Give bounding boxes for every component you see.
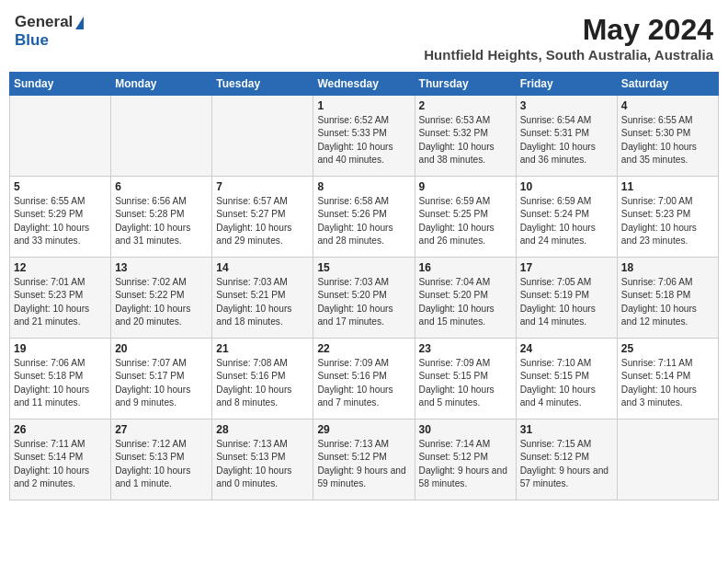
day-info: Sunrise: 6:53 AM Sunset: 5:32 PM Dayligh… bbox=[419, 114, 512, 167]
day-cell: 5Sunrise: 6:55 AM Sunset: 5:29 PM Daylig… bbox=[10, 177, 111, 258]
day-number: 19 bbox=[14, 342, 107, 355]
day-info: Sunrise: 7:03 AM Sunset: 5:21 PM Dayligh… bbox=[216, 276, 309, 328]
day-info: Sunrise: 7:04 AM Sunset: 5:20 PM Dayligh… bbox=[419, 276, 512, 328]
week-row-3: 12Sunrise: 7:01 AM Sunset: 5:23 PM Dayli… bbox=[10, 258, 719, 339]
day-info: Sunrise: 6:54 AM Sunset: 5:31 PM Dayligh… bbox=[520, 114, 613, 167]
title-area: May 2024 Huntfield Heights, South Austra… bbox=[424, 13, 713, 63]
day-info: Sunrise: 7:11 AM Sunset: 5:14 PM Dayligh… bbox=[621, 357, 714, 409]
day-cell: 15Sunrise: 7:03 AM Sunset: 5:20 PM Dayli… bbox=[313, 258, 415, 339]
day-number: 18 bbox=[621, 261, 714, 274]
day-info: Sunrise: 6:59 AM Sunset: 5:25 PM Dayligh… bbox=[419, 195, 512, 247]
week-row-5: 26Sunrise: 7:11 AM Sunset: 5:14 PM Dayli… bbox=[10, 419, 719, 500]
day-number: 30 bbox=[419, 423, 512, 436]
day-cell: 11Sunrise: 7:00 AM Sunset: 5:23 PM Dayli… bbox=[617, 177, 718, 258]
day-info: Sunrise: 7:13 AM Sunset: 5:12 PM Dayligh… bbox=[317, 438, 410, 490]
calendar-header: Sunday Monday Tuesday Wednesday Thursday… bbox=[10, 73, 719, 96]
day-number: 25 bbox=[621, 342, 714, 355]
day-info: Sunrise: 7:11 AM Sunset: 5:14 PM Dayligh… bbox=[14, 438, 107, 490]
day-number: 21 bbox=[216, 342, 309, 355]
day-cell bbox=[10, 96, 111, 177]
day-number: 24 bbox=[520, 342, 613, 355]
page-header: General Blue May 2024 Huntfield Heights,… bbox=[9, 9, 719, 66]
col-thursday: Thursday bbox=[415, 73, 516, 96]
day-cell: 2Sunrise: 6:53 AM Sunset: 5:32 PM Daylig… bbox=[415, 96, 516, 177]
day-info: Sunrise: 7:05 AM Sunset: 5:19 PM Dayligh… bbox=[520, 276, 613, 328]
day-number: 12 bbox=[14, 261, 107, 274]
day-number: 8 bbox=[317, 180, 410, 193]
day-info: Sunrise: 7:06 AM Sunset: 5:18 PM Dayligh… bbox=[621, 276, 714, 328]
day-number: 13 bbox=[115, 261, 208, 274]
day-cell: 13Sunrise: 7:02 AM Sunset: 5:22 PM Dayli… bbox=[111, 258, 212, 339]
col-tuesday: Tuesday bbox=[212, 73, 313, 96]
day-number: 20 bbox=[115, 342, 208, 355]
day-cell: 8Sunrise: 6:58 AM Sunset: 5:26 PM Daylig… bbox=[313, 177, 415, 258]
day-info: Sunrise: 6:58 AM Sunset: 5:26 PM Dayligh… bbox=[317, 195, 410, 247]
day-number: 10 bbox=[520, 180, 613, 193]
day-number: 15 bbox=[317, 261, 410, 274]
day-number: 29 bbox=[317, 423, 410, 436]
day-cell: 24Sunrise: 7:10 AM Sunset: 5:15 PM Dayli… bbox=[516, 339, 617, 419]
day-info: Sunrise: 7:07 AM Sunset: 5:17 PM Dayligh… bbox=[115, 357, 208, 409]
day-cell: 18Sunrise: 7:06 AM Sunset: 5:18 PM Dayli… bbox=[617, 258, 718, 339]
day-info: Sunrise: 7:08 AM Sunset: 5:16 PM Dayligh… bbox=[216, 357, 309, 409]
day-cell bbox=[212, 96, 313, 177]
day-number: 9 bbox=[419, 180, 512, 193]
day-number: 3 bbox=[520, 99, 613, 112]
day-cell: 20Sunrise: 7:07 AM Sunset: 5:17 PM Dayli… bbox=[111, 339, 212, 419]
day-info: Sunrise: 6:56 AM Sunset: 5:28 PM Dayligh… bbox=[115, 195, 208, 247]
logo-blue-text: Blue bbox=[15, 31, 49, 50]
col-wednesday: Wednesday bbox=[313, 73, 415, 96]
day-info: Sunrise: 7:06 AM Sunset: 5:18 PM Dayligh… bbox=[14, 357, 107, 409]
day-info: Sunrise: 6:52 AM Sunset: 5:33 PM Dayligh… bbox=[317, 114, 410, 167]
logo: General Blue bbox=[15, 13, 84, 50]
day-number: 16 bbox=[419, 261, 512, 274]
month-title: May 2024 bbox=[424, 13, 713, 47]
day-number: 6 bbox=[115, 180, 208, 193]
day-number: 5 bbox=[14, 180, 107, 193]
day-cell: 7Sunrise: 6:57 AM Sunset: 5:27 PM Daylig… bbox=[212, 177, 313, 258]
day-info: Sunrise: 6:55 AM Sunset: 5:29 PM Dayligh… bbox=[14, 195, 107, 247]
day-number: 11 bbox=[621, 180, 714, 193]
day-info: Sunrise: 7:02 AM Sunset: 5:22 PM Dayligh… bbox=[115, 276, 208, 328]
calendar-table: Sunday Monday Tuesday Wednesday Thursday… bbox=[9, 72, 719, 500]
day-cell: 19Sunrise: 7:06 AM Sunset: 5:18 PM Dayli… bbox=[10, 339, 111, 419]
day-info: Sunrise: 6:57 AM Sunset: 5:27 PM Dayligh… bbox=[216, 195, 309, 247]
logo-general: General bbox=[15, 13, 84, 31]
day-number: 17 bbox=[520, 261, 613, 274]
day-cell: 26Sunrise: 7:11 AM Sunset: 5:14 PM Dayli… bbox=[10, 419, 111, 500]
logo-triangle-icon bbox=[75, 17, 84, 29]
day-info: Sunrise: 7:01 AM Sunset: 5:23 PM Dayligh… bbox=[14, 276, 107, 328]
day-info: Sunrise: 7:09 AM Sunset: 5:15 PM Dayligh… bbox=[419, 357, 512, 409]
day-number: 27 bbox=[115, 423, 208, 436]
col-friday: Friday bbox=[516, 73, 617, 96]
day-number: 22 bbox=[317, 342, 410, 355]
day-cell: 21Sunrise: 7:08 AM Sunset: 5:16 PM Dayli… bbox=[212, 339, 313, 419]
day-info: Sunrise: 7:13 AM Sunset: 5:13 PM Dayligh… bbox=[216, 438, 309, 490]
week-row-2: 5Sunrise: 6:55 AM Sunset: 5:29 PM Daylig… bbox=[10, 177, 719, 258]
day-number: 26 bbox=[14, 423, 107, 436]
col-sunday: Sunday bbox=[10, 73, 111, 96]
day-number: 31 bbox=[520, 423, 613, 436]
day-number: 4 bbox=[621, 99, 714, 112]
day-info: Sunrise: 7:09 AM Sunset: 5:16 PM Dayligh… bbox=[317, 357, 410, 409]
day-cell: 4Sunrise: 6:55 AM Sunset: 5:30 PM Daylig… bbox=[617, 96, 718, 177]
day-cell: 22Sunrise: 7:09 AM Sunset: 5:16 PM Dayli… bbox=[313, 339, 415, 419]
day-cell: 10Sunrise: 6:59 AM Sunset: 5:24 PM Dayli… bbox=[516, 177, 617, 258]
calendar-body: 1Sunrise: 6:52 AM Sunset: 5:33 PM Daylig… bbox=[10, 96, 719, 500]
day-cell: 17Sunrise: 7:05 AM Sunset: 5:19 PM Dayli… bbox=[516, 258, 617, 339]
day-number: 1 bbox=[317, 99, 410, 112]
day-cell: 1Sunrise: 6:52 AM Sunset: 5:33 PM Daylig… bbox=[313, 96, 415, 177]
day-cell: 28Sunrise: 7:13 AM Sunset: 5:13 PM Dayli… bbox=[212, 419, 313, 500]
day-cell bbox=[111, 96, 212, 177]
col-saturday: Saturday bbox=[617, 73, 718, 96]
day-cell: 31Sunrise: 7:15 AM Sunset: 5:12 PM Dayli… bbox=[516, 419, 617, 500]
day-cell: 14Sunrise: 7:03 AM Sunset: 5:21 PM Dayli… bbox=[212, 258, 313, 339]
day-cell: 30Sunrise: 7:14 AM Sunset: 5:12 PM Dayli… bbox=[415, 419, 516, 500]
day-number: 23 bbox=[419, 342, 512, 355]
day-info: Sunrise: 7:14 AM Sunset: 5:12 PM Dayligh… bbox=[419, 438, 512, 490]
day-cell: 23Sunrise: 7:09 AM Sunset: 5:15 PM Dayli… bbox=[415, 339, 516, 419]
week-row-1: 1Sunrise: 6:52 AM Sunset: 5:33 PM Daylig… bbox=[10, 96, 719, 177]
day-info: Sunrise: 7:00 AM Sunset: 5:23 PM Dayligh… bbox=[621, 195, 714, 247]
day-cell bbox=[617, 419, 718, 500]
day-info: Sunrise: 6:55 AM Sunset: 5:30 PM Dayligh… bbox=[621, 114, 714, 167]
